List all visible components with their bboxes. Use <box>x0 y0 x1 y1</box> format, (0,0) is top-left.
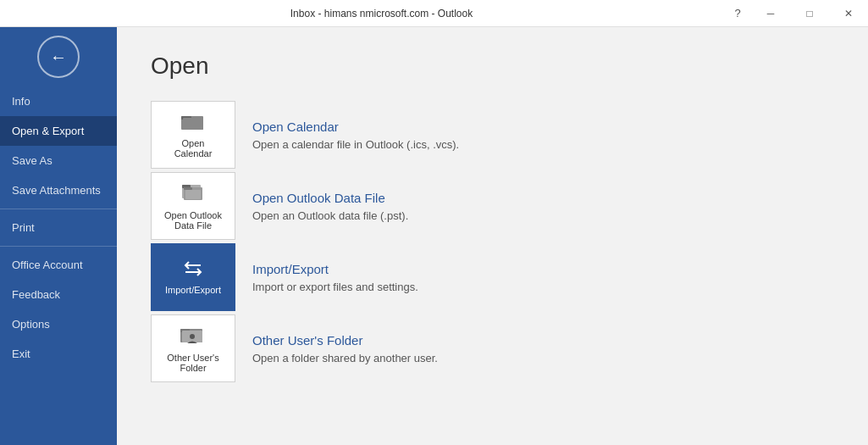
page-title: Open <box>151 53 834 80</box>
sidebar-item-print[interactable]: Print <box>0 213 117 242</box>
svg-rect-7 <box>185 190 201 199</box>
card-info-open-outlook-data-file: Open Outlook Data FileOpen an Outlook da… <box>252 191 834 222</box>
svg-point-13 <box>190 334 195 339</box>
sidebar-item-options[interactable]: Options <box>0 309 117 339</box>
card-other-users-folder: Other User's FolderOther User's FolderOp… <box>151 314 834 382</box>
close-button[interactable]: ✕ <box>829 0 868 27</box>
card-title-open-calendar: Open Calendar <box>252 120 834 134</box>
import-icon <box>180 260 206 279</box>
card-icon-box-open-outlook-data-file[interactable]: Open Outlook Data File <box>151 172 235 240</box>
card-icon-box-import-export[interactable]: Import/Export <box>151 243 235 311</box>
card-info-import-export: Import/ExportImport or export files and … <box>252 262 834 293</box>
card-open-calendar: Open CalendarOpen CalendarOpen a calenda… <box>151 101 834 169</box>
card-title-open-outlook-data-file: Open Outlook Data File <box>252 191 834 205</box>
svg-rect-2 <box>183 118 203 130</box>
sidebar-item-office-account[interactable]: Office Account <box>0 250 117 280</box>
titlebar-controls: ? ─ □ ✕ <box>724 0 868 27</box>
sidebar-divider <box>0 209 117 209</box>
titlebar: Inbox - himans nmicrosoft.com - Outlook … <box>0 0 868 27</box>
sidebar-divider <box>0 246 117 247</box>
card-icon-label-open-outlook-data-file: Open Outlook Data File <box>164 210 222 231</box>
card-desc-import-export: Import or export files and settings. <box>252 281 834 293</box>
cards-list: Open CalendarOpen CalendarOpen a calenda… <box>151 101 834 382</box>
card-info-other-users-folder: Other User's FolderOpen a folder shared … <box>252 333 834 364</box>
sidebar-item-info[interactable]: Info <box>0 86 117 116</box>
card-title-other-users-folder: Other User's Folder <box>252 333 834 348</box>
sidebar: ← InfoOpen & ExportSave AsSave Attachmen… <box>0 27 117 445</box>
card-open-outlook-data-file: Open Outlook Data FileOpen Outlook Data … <box>151 172 834 240</box>
content-area: Open Open CalendarOpen CalendarOpen a ca… <box>117 27 868 445</box>
card-title-import-export: Import/Export <box>252 262 834 276</box>
minimize-button[interactable]: ─ <box>751 0 790 27</box>
back-button[interactable]: ← <box>37 36 80 78</box>
card-desc-open-outlook-data-file: Open an Outlook data file (.pst). <box>252 209 834 222</box>
help-button[interactable]: ? <box>724 0 751 27</box>
sidebar-item-feedback[interactable]: Feedback <box>0 280 117 309</box>
titlebar-title: Inbox - himans nmicrosoft.com - Outlook <box>39 8 724 19</box>
back-icon: ← <box>50 47 67 67</box>
card-import-export: Import/ExportImport/ExportImport or expo… <box>151 243 834 311</box>
sidebar-item-save-attachments[interactable]: Save Attachments <box>0 175 117 205</box>
sidebar-item-exit[interactable]: Exit <box>0 339 117 369</box>
card-icon-label-open-calendar: Open Calendar <box>174 138 213 159</box>
user-folder-icon <box>180 325 206 347</box>
card-icon-box-open-calendar[interactable]: Open Calendar <box>151 101 235 169</box>
card-icon-label-other-users-folder: Other User's Folder <box>167 353 218 373</box>
card-desc-other-users-folder: Open a folder shared by another user. <box>252 352 834 364</box>
svg-rect-6 <box>184 187 192 190</box>
sidebar-item-open-export[interactable]: Open & Export <box>0 116 117 146</box>
card-desc-open-calendar: Open a calendar file in Outlook (.ics, .… <box>252 138 834 151</box>
card-icon-box-other-users-folder[interactable]: Other User's Folder <box>151 314 235 382</box>
restore-button[interactable]: □ <box>790 0 829 27</box>
app-body: ← InfoOpen & ExportSave AsSave Attachmen… <box>0 27 868 445</box>
folder-icon <box>181 112 205 132</box>
data-file-icon <box>181 182 205 204</box>
card-info-open-calendar: Open CalendarOpen a calendar file in Out… <box>252 120 834 151</box>
sidebar-item-save-as[interactable]: Save As <box>0 146 117 175</box>
card-icon-label-import-export: Import/Export <box>165 285 221 295</box>
